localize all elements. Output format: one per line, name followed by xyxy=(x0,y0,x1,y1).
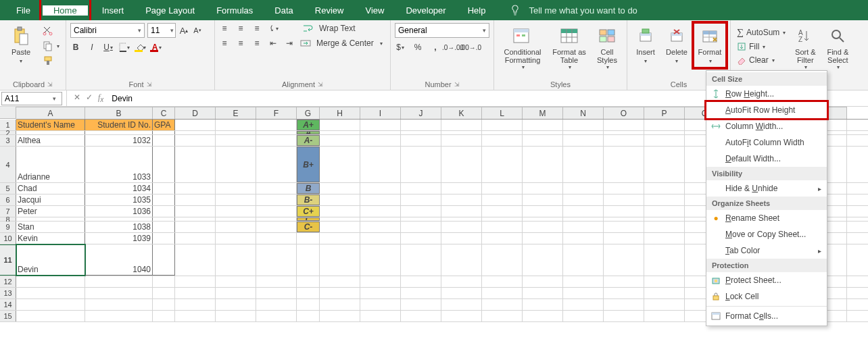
cell-F10[interactable] xyxy=(256,233,297,244)
menu-move-copy-sheet[interactable]: Move or Copy Sheet...Move or Copy Sheet.… xyxy=(706,226,827,242)
cell-F7[interactable] xyxy=(256,206,297,217)
cell-C14[interactable] xyxy=(153,299,175,310)
delete-button[interactable]: Delete▾ xyxy=(662,23,691,68)
decrease-indent-icon[interactable]: ⇤ xyxy=(268,38,279,49)
cell-G15[interactable] xyxy=(297,311,320,321)
cell-D8[interactable] xyxy=(175,217,216,221)
cell-H10[interactable] xyxy=(320,233,360,244)
cell-K2[interactable] xyxy=(441,131,482,134)
cell-I5[interactable] xyxy=(360,183,401,194)
cell-M9[interactable] xyxy=(523,222,563,232)
cell-B10[interactable]: 1039 xyxy=(85,233,153,244)
row-header-14[interactable]: 14 xyxy=(0,299,16,310)
cell-K12[interactable] xyxy=(441,276,482,287)
cell-K7[interactable] xyxy=(441,206,482,217)
cell-C7[interactable] xyxy=(153,206,175,217)
cell-G2[interactable]: A xyxy=(297,131,320,134)
tab-developer[interactable]: Developer xyxy=(395,0,456,20)
cell-J15[interactable] xyxy=(401,311,441,321)
fill-color-button[interactable]: ▾ xyxy=(135,42,146,53)
cell-L5[interactable] xyxy=(482,183,523,194)
menu-default-width[interactable]: Default Width...Default Width... xyxy=(706,151,827,167)
copy-button[interactable]: ▾ xyxy=(41,39,62,53)
row-header-6[interactable]: 6 xyxy=(0,194,16,205)
tab-insert[interactable]: Insert xyxy=(91,0,135,20)
cell-C1[interactable]: GPA xyxy=(153,120,175,130)
paste-button[interactable]: Paste▾ xyxy=(4,23,38,68)
cell-M6[interactable] xyxy=(523,194,563,205)
tab-page-layout[interactable]: Page Layout xyxy=(135,0,206,20)
cell-A1[interactable]: Student's Name xyxy=(16,120,85,130)
cell-N8[interactable] xyxy=(563,217,604,221)
cell-F8[interactable] xyxy=(256,217,297,221)
menu-autofit-row-height[interactable]: AutoFit Row HeightAutoFit Row Height xyxy=(706,102,827,118)
cell-G7[interactable]: C+ xyxy=(297,206,320,217)
cell-K4[interactable] xyxy=(441,147,482,182)
cell-N11[interactable] xyxy=(563,244,604,276)
cell-O10[interactable] xyxy=(604,233,644,244)
align-top-icon[interactable]: ≡ xyxy=(219,23,230,34)
cell-I8[interactable] xyxy=(360,217,401,221)
cell-D1[interactable] xyxy=(175,120,216,130)
row-header-13[interactable]: 13 xyxy=(0,288,16,298)
cell-D7[interactable] xyxy=(175,206,216,217)
cell-N5[interactable] xyxy=(563,183,604,194)
col-header-B[interactable]: B xyxy=(85,107,153,119)
tab-review[interactable]: Review xyxy=(304,0,355,20)
cell-J6[interactable] xyxy=(401,194,441,205)
cell-C12[interactable] xyxy=(153,276,175,287)
cell-A4[interactable]: Adrianne xyxy=(16,147,85,182)
cell-N14[interactable] xyxy=(563,299,604,310)
cell-P12[interactable] xyxy=(644,276,685,287)
cell-I11[interactable] xyxy=(360,244,401,276)
cell-E13[interactable] xyxy=(216,288,256,298)
cell-B4[interactable]: 1033 xyxy=(85,147,153,182)
cell-P10[interactable] xyxy=(644,233,685,244)
cell-H12[interactable] xyxy=(320,276,360,287)
cell-H1[interactable] xyxy=(320,120,360,130)
row-header-10[interactable]: 10 xyxy=(0,233,16,244)
col-header-D[interactable]: D xyxy=(175,107,216,119)
italic-button[interactable]: I xyxy=(87,42,97,53)
font-size-input[interactable] xyxy=(148,24,168,37)
cell-M8[interactable] xyxy=(523,217,563,221)
cell-I7[interactable] xyxy=(360,206,401,217)
cell-I4[interactable] xyxy=(360,147,401,182)
cell-G4[interactable]: B+ xyxy=(297,147,320,182)
cell-B14[interactable] xyxy=(85,299,153,310)
decrease-font-icon[interactable]: A▾ xyxy=(192,25,203,36)
col-header-I[interactable]: I xyxy=(360,107,401,119)
cell-F1[interactable] xyxy=(256,120,297,130)
cell-A8[interactable] xyxy=(16,217,85,221)
cell-O5[interactable] xyxy=(604,183,644,194)
tell-me[interactable]: Tell me what you want to do xyxy=(510,0,637,20)
cell-L9[interactable] xyxy=(482,222,523,232)
cell-A5[interactable]: Chad xyxy=(16,183,85,194)
tab-data[interactable]: Data xyxy=(264,0,304,20)
percent-button[interactable]: % xyxy=(412,42,423,53)
number-format-combo[interactable]: ▾ xyxy=(395,23,489,38)
cancel-icon[interactable]: ✕ xyxy=(74,93,80,103)
row-header-11[interactable]: 11 xyxy=(0,244,16,276)
cell-J14[interactable] xyxy=(401,299,441,310)
clear-button[interactable]: Clear▾ xyxy=(735,54,788,66)
cell-B6[interactable]: 1035 xyxy=(85,194,153,205)
cell-H14[interactable] xyxy=(320,299,360,310)
orientation-icon[interactable]: ⤹▾ xyxy=(268,23,279,34)
cell-L10[interactable] xyxy=(482,233,523,244)
cell-N13[interactable] xyxy=(563,288,604,298)
cell-C9[interactable] xyxy=(153,222,175,232)
cell-O7[interactable] xyxy=(604,206,644,217)
cell-E11[interactable] xyxy=(216,244,256,276)
cell-M14[interactable] xyxy=(523,299,563,310)
cell-P1[interactable] xyxy=(644,120,685,130)
cell-N6[interactable] xyxy=(563,194,604,205)
conditional-formatting-button[interactable]: Conditional Formatting▾ xyxy=(498,23,547,72)
align-center-icon[interactable]: ≡ xyxy=(235,38,246,49)
cell-F4[interactable] xyxy=(256,147,297,182)
cell-E2[interactable] xyxy=(216,131,256,134)
col-header-O[interactable]: O xyxy=(604,107,644,119)
tab-file[interactable]: File xyxy=(5,0,41,20)
cell-M13[interactable] xyxy=(523,288,563,298)
cell-N12[interactable] xyxy=(563,276,604,287)
